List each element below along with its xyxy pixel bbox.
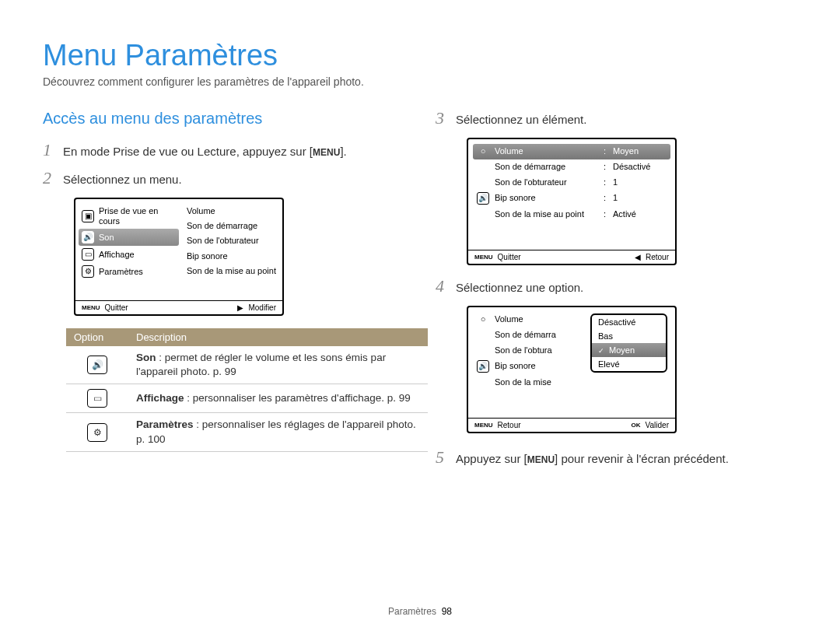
popup-option-high: Elevé xyxy=(592,357,666,371)
options-table: Option Description 🔊 Son : permet de rég… xyxy=(66,328,428,452)
step-2-text: Sélectionnez un menu. xyxy=(63,173,182,186)
menu-label: Prise de vue en cours xyxy=(99,206,176,226)
speaker-icon: 🔊 xyxy=(477,192,489,205)
lcd-footer-right: OKValider xyxy=(632,421,669,429)
lcd-screenshot-option: ○ Volume Son de démarra Son de l'obtura … xyxy=(467,306,677,433)
list-row-shutter-sound: Son de l'obturateur:1 xyxy=(473,175,670,191)
table-row: ▭ Affichage : personnaliser les paramètr… xyxy=(66,384,428,413)
menu-item-sound: 🔊 Son xyxy=(79,229,179,246)
submenu-af-sound: Son de la mise au point xyxy=(184,264,279,278)
menu-label: Paramètres xyxy=(99,267,143,277)
step-number: 5 xyxy=(436,449,448,466)
submenu-volume: Volume xyxy=(184,204,279,219)
page-title: Menu Paramètres xyxy=(43,39,797,72)
gear-icon: ⚙ xyxy=(87,423,107,442)
option-desc: : personnaliser les paramètres d'afficha… xyxy=(184,392,411,404)
right-column: 3 Sélectionnez un élément. ○ Volume:Moye… xyxy=(436,110,797,477)
step-2: 2 Sélectionnez un menu. xyxy=(43,170,404,187)
list-row-volume: ○ Volume:Moyen xyxy=(473,144,670,159)
list-row-af-sound: Son de la mise au point:Activé xyxy=(473,207,670,222)
bullet-icon: ○ xyxy=(476,314,490,325)
step-1: 1 En mode Prise de vue ou Lecture, appuy… xyxy=(43,142,404,159)
left-column: Accès au menu des paramètres 1 En mode P… xyxy=(43,110,404,477)
step-5-text-pre: Appuyez sur [ xyxy=(456,452,527,465)
lcd-screenshot-element: ○ Volume:Moyen Son de démarrage:Désactiv… xyxy=(467,138,677,265)
option-desc: : permet de régler le volume et les sons… xyxy=(136,352,386,377)
footer-page-number: 98 xyxy=(442,606,452,617)
speaker-icon: 🔊 xyxy=(87,356,107,374)
camera-icon: ▣ xyxy=(82,210,94,222)
step-4-text: Sélectionnez une option. xyxy=(456,281,583,294)
popup-option-low: Bas xyxy=(592,329,666,343)
popup-option-off: Désactivé xyxy=(592,315,666,329)
menu-button-label: MENU xyxy=(527,454,555,465)
step-3-text: Sélectionnez un élément. xyxy=(456,113,586,126)
option-popup: Désactivé Bas Moyen Elevé xyxy=(590,313,667,373)
menu-label: Affichage xyxy=(99,250,135,260)
step-1-text-pre: En mode Prise de vue ou Lecture, appuyez… xyxy=(63,145,313,158)
popup-option-mid: Moyen xyxy=(592,343,666,357)
lcd-footer-left: MENUQuitter xyxy=(474,253,521,261)
step-5-text-post: ] pour revenir à l'écran précédent. xyxy=(555,452,729,465)
option-name: Son xyxy=(136,352,156,363)
table-header-option: Option xyxy=(66,328,128,346)
footer-section-label: Paramètres xyxy=(388,606,436,617)
option-name: Affichage xyxy=(136,392,184,404)
lcd-screenshot-menu: ▣ Prise de vue en cours 🔊 Son ▭ Affichag… xyxy=(74,198,284,316)
lcd-footer-right: ▶Modifier xyxy=(237,303,276,312)
page-intro: Découvrez comment configurer les paramèt… xyxy=(43,75,797,88)
display-icon: ▭ xyxy=(87,389,107,408)
step-number: 3 xyxy=(436,110,448,127)
submenu-start-sound: Son de démarrage xyxy=(184,219,279,233)
option-name: Paramètres xyxy=(136,419,194,430)
lcd-footer-right: ◀Retour xyxy=(635,253,669,261)
section-heading: Accès au menu des paramètres xyxy=(43,110,404,128)
menu-button-label: MENU xyxy=(313,147,340,158)
menu-item-capture: ▣ Prise de vue en cours xyxy=(79,204,179,229)
menu-item-settings: ⚙ Paramètres xyxy=(79,263,179,280)
lcd-footer-left: MENUQuitter xyxy=(82,303,128,312)
table-row: ⚙ Paramètres : personnaliser les réglage… xyxy=(66,413,428,451)
left-arrow-icon: ◀ xyxy=(635,253,641,261)
step-number: 2 xyxy=(43,170,55,187)
display-icon: ▭ xyxy=(82,248,94,261)
step-1-text-post: ]. xyxy=(340,145,346,158)
page-footer: Paramètres 98 xyxy=(0,606,840,617)
menu-label: Son xyxy=(99,233,114,243)
list-row-beep: 🔊 Bip sonore:1 xyxy=(473,190,670,207)
right-arrow-icon: ▶ xyxy=(237,303,243,312)
submenu-beep: Bip sonore xyxy=(184,249,279,264)
speaker-icon: 🔊 xyxy=(477,360,489,373)
table-header-description: Description xyxy=(128,328,428,346)
lcd-footer-left: MENURetour xyxy=(474,421,521,429)
list-row-af-sound: Son de la mise xyxy=(473,375,670,391)
list-row-start-sound: Son de démarrage:Désactivé xyxy=(473,159,670,175)
check-icon xyxy=(598,345,606,355)
step-4: 4 Sélectionnez une option. xyxy=(436,278,797,295)
step-3: 3 Sélectionnez un élément. xyxy=(436,110,797,127)
menu-item-display: ▭ Affichage xyxy=(79,246,179,263)
step-number: 1 xyxy=(43,142,55,159)
step-5: 5 Appuyez sur [MENU] pour revenir à l'éc… xyxy=(436,449,797,466)
speaker-icon: 🔊 xyxy=(82,231,94,243)
table-row: 🔊 Son : permet de régler le volume et le… xyxy=(66,346,428,384)
submenu-shutter-sound: Son de l'obturateur xyxy=(184,233,279,248)
step-number: 4 xyxy=(436,278,448,295)
bullet-icon: ○ xyxy=(476,146,490,157)
gear-icon: ⚙ xyxy=(82,265,94,278)
